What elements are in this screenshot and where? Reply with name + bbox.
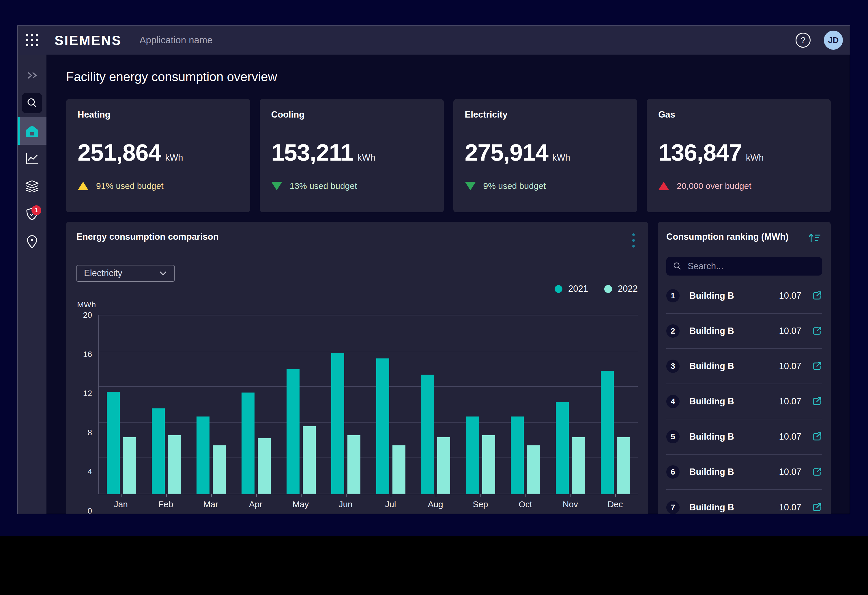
bar-2021-nov[interactable] — [556, 403, 569, 494]
bar-2021-mar[interactable] — [196, 416, 210, 494]
bar-2022-nov[interactable] — [572, 437, 585, 494]
open-building-link[interactable] — [812, 502, 822, 513]
x-tick-label: May — [278, 499, 323, 509]
bar-2021-may[interactable] — [286, 369, 300, 494]
page-title: Facility energy consumption overview — [66, 70, 831, 84]
open-building-link[interactable] — [812, 467, 822, 477]
avatar[interactable]: JD — [824, 31, 843, 50]
trend-triangle-icon — [658, 182, 669, 190]
x-tick — [211, 494, 212, 497]
bar-2022-aug[interactable] — [437, 437, 450, 494]
bar-2022-jul[interactable] — [393, 446, 406, 494]
x-tick-label: Mar — [189, 499, 233, 509]
kpi-status-text: 13% used budget — [290, 181, 357, 191]
bar-2021-oct[interactable] — [511, 416, 524, 494]
x-axis-labels: JanFebMarAprMayJunJulAugSepOctNovDec — [98, 499, 638, 509]
open-building-link[interactable] — [812, 361, 822, 372]
bar-2022-sep[interactable] — [482, 435, 495, 494]
bar-2021-jan[interactable] — [107, 392, 120, 494]
x-tick — [256, 494, 257, 497]
ranking-row: 6Building B10.07 — [666, 454, 822, 490]
open-building-link[interactable] — [812, 326, 822, 336]
kpi-unit: kWh — [357, 152, 375, 163]
search-icon — [673, 262, 682, 271]
bar-2021-aug[interactable] — [421, 374, 434, 494]
ranking-row: 7Building B10.07 — [666, 490, 822, 514]
sort-ascending-icon — [808, 233, 821, 243]
bar-2022-apr[interactable] — [258, 438, 271, 494]
help-button[interactable]: ? — [796, 33, 810, 48]
app-launcher-button[interactable] — [18, 26, 46, 55]
sidebar-item-home[interactable] — [18, 117, 46, 145]
bar-group-dec — [593, 315, 638, 494]
bar-2021-jun[interactable] — [331, 353, 344, 494]
bar-2022-oct[interactable] — [527, 446, 540, 494]
x-tick — [436, 494, 436, 497]
x-tick-label: Dec — [593, 499, 638, 509]
bar-2022-may[interactable] — [303, 426, 316, 494]
bar-2022-dec[interactable] — [617, 437, 630, 494]
external-link-icon — [812, 290, 822, 301]
trend-triangle-icon — [271, 182, 282, 190]
open-building-link[interactable] — [812, 396, 822, 407]
app-header: SIEMENS Application name ? JD — [18, 26, 850, 55]
bar-2022-jan[interactable] — [123, 437, 136, 494]
bar-2021-feb[interactable] — [152, 409, 165, 494]
kpi-value: 251,864 — [78, 139, 161, 166]
legend-label: 2021 — [568, 284, 588, 294]
bar-2021-dec[interactable] — [601, 371, 614, 494]
kpi-status-text: 20,000 over budget — [677, 181, 751, 191]
legend-label: 2022 — [618, 284, 638, 294]
building-name: Building B — [689, 290, 779, 301]
x-tick — [526, 494, 526, 497]
main-content: Facility energy consumption overview Hea… — [46, 55, 850, 514]
sidebar-item-compliance[interactable]: 1 — [18, 200, 46, 228]
dropdown-selected-value: Electricity — [84, 268, 123, 278]
bar-2022-feb[interactable] — [168, 435, 181, 494]
y-tick-label: 8 — [87, 428, 92, 437]
question-mark-icon: ? — [801, 35, 806, 45]
sidebar-item-layers[interactable] — [18, 172, 46, 200]
kpi-value: 153,211 — [271, 139, 353, 166]
bar-2022-mar[interactable] — [213, 446, 226, 494]
ranking-row: 3Building B10.07 — [666, 349, 822, 384]
energy-comparison-panel: Energy consumption comparison Electricit… — [66, 222, 648, 514]
energy-type-dropdown[interactable]: Electricity — [77, 265, 174, 281]
bar-group-oct — [503, 315, 548, 494]
sidebar-item-search[interactable] — [18, 89, 46, 117]
external-link-icon — [812, 361, 822, 372]
sort-button[interactable] — [807, 232, 822, 246]
legend-item-2022[interactable]: 2022 — [604, 284, 638, 294]
double-chevron-right-icon — [26, 71, 38, 80]
kpi-title: Heating — [78, 110, 239, 120]
bar-2021-apr[interactable] — [242, 392, 254, 494]
legend-dot-icon — [555, 285, 562, 293]
vertical-ellipsis-icon — [632, 233, 635, 236]
bar-2021-sep[interactable] — [466, 416, 479, 494]
search-input[interactable] — [688, 261, 816, 271]
kpi-cards-row: Heating 251,864 kWh 91% used budget Cool… — [66, 99, 831, 212]
legend-item-2021[interactable]: 2021 — [555, 284, 588, 294]
bar-2021-jul[interactable] — [376, 358, 389, 494]
sidebar-item-locations[interactable] — [18, 228, 46, 256]
sidebar-expand-button[interactable] — [18, 62, 46, 89]
x-tick — [301, 494, 301, 497]
ranking-list: 1Building B10.072Building B10.073Buildin… — [666, 278, 822, 514]
open-building-link[interactable] — [812, 432, 822, 442]
bar-2022-jun[interactable] — [347, 435, 360, 494]
building-name: Building B — [689, 502, 779, 513]
bar-chart: 048121620 JanFebMarAprMayJunJulAugSepOct… — [77, 315, 638, 511]
panel-menu-button[interactable] — [629, 232, 638, 249]
kpi-card-heating: Heating 251,864 kWh 91% used budget — [66, 99, 250, 212]
chart-legend: 20212022 — [77, 282, 638, 296]
x-tick-label: Jul — [368, 499, 413, 509]
legend-dot-icon — [604, 285, 612, 293]
consumption-value: 10.07 — [779, 467, 802, 477]
x-tick — [121, 494, 122, 497]
sidebar-item-analytics[interactable] — [18, 145, 46, 172]
building-name: Building B — [689, 467, 779, 477]
bar-group-apr — [234, 315, 279, 494]
open-building-link[interactable] — [812, 290, 822, 301]
rank-badge: 7 — [666, 501, 679, 514]
bar-group-nov — [548, 315, 593, 494]
